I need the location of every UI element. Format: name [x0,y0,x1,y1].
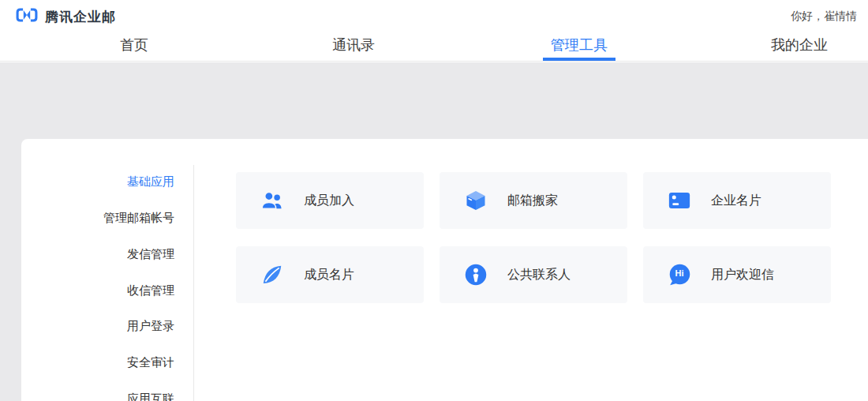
card-welcome-letter[interactable]: Hi 用户欢迎信 [643,246,831,303]
user-greeting: 你好，崔情情 [791,9,857,24]
sidebar-item-security-audit[interactable]: 安全审计 [127,356,174,369]
card-label: 成员名片 [304,267,354,283]
sidebar-item-user-login[interactable]: 用户登录 [127,320,174,332]
sidebar-item-incoming-mail[interactable]: 收信管理 [127,284,174,297]
public-contacts-icon [464,263,488,287]
card-member-card[interactable]: 成员名片 [236,246,424,303]
top-bar: 腾讯企业邮 你好，崔情情 [0,0,868,32]
card-members-join[interactable]: 成员加入 [236,172,424,229]
mailbox-move-icon [464,189,488,212]
card-public-contacts[interactable]: 公共联系人 [440,246,627,303]
hi-badge-text: Hi [675,269,684,278]
sidebar-item-basic-apps[interactable]: 基础应用 [127,175,174,188]
sidebar: 基础应用 管理邮箱帐号 发信管理 收信管理 用户登录 安全审计 应用互联 系统日… [21,139,193,401]
logo-text: 腾讯企业邮 [45,8,116,26]
exmail-admin-screen: 腾讯企业邮 你好，崔情情 首页 通讯录 管理工具 我的企业 基础应用 管理邮箱帐… [0,0,868,401]
card-label: 企业名片 [711,193,761,209]
content-panel: 基础应用 管理邮箱帐号 发信管理 收信管理 用户登录 安全审计 应用互联 系统日… [21,139,868,401]
card-label: 成员加入 [304,193,354,209]
company-card-icon [668,189,691,212]
member-card-icon [260,263,284,287]
tab-my-company[interactable]: 我的企业 [771,32,828,61]
sidebar-divider [193,165,194,401]
sidebar-item-outgoing-mail[interactable]: 发信管理 [127,248,174,260]
tab-home[interactable]: 首页 [120,32,148,61]
tab-admin-tools[interactable]: 管理工具 [551,32,608,61]
members-join-icon [260,189,284,212]
card-label: 用户欢迎信 [711,267,774,283]
sidebar-item-manage-accounts[interactable]: 管理邮箱帐号 [103,212,174,224]
card-mailbox-move[interactable]: 邮箱搬家 [440,172,627,229]
card-label: 公共联系人 [507,267,571,283]
logo[interactable]: 腾讯企业邮 [16,6,116,27]
page-background: 基础应用 管理邮箱帐号 发信管理 收信管理 用户登录 安全审计 应用互联 系统日… [0,62,868,401]
welcome-letter-icon: Hi [668,263,691,287]
exmail-logo-icon [16,6,38,27]
card-company-card[interactable]: 企业名片 [643,172,831,229]
card-label: 邮箱搬家 [507,193,558,209]
tab-contacts[interactable]: 通讯录 [332,32,375,61]
main-nav: 首页 通讯录 管理工具 我的企业 [0,32,868,62]
sidebar-item-app-integration[interactable]: 应用互联 [127,392,174,401]
